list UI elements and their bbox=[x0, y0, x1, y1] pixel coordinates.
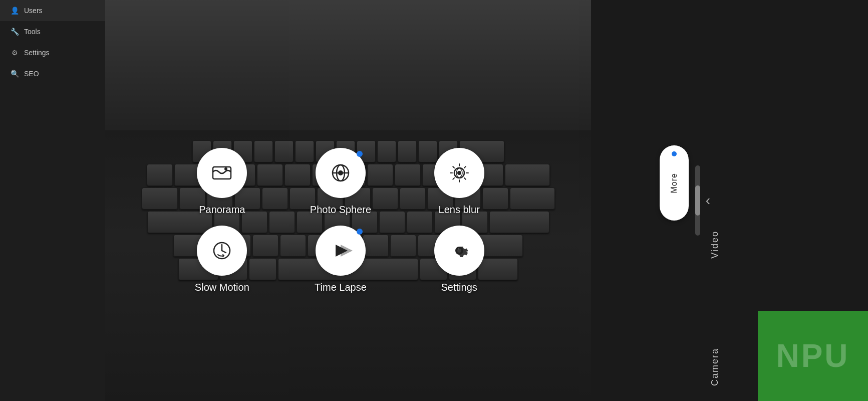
video-mode-label[interactable]: Video bbox=[710, 231, 720, 259]
mode-photo-sphere-circle[interactable] bbox=[316, 148, 366, 198]
settings-gear-icon bbox=[447, 239, 471, 263]
panorama-label: Panorama bbox=[199, 204, 245, 216]
photo-sphere-label: Photo Sphere bbox=[310, 204, 371, 216]
sidebar-item-seo[interactable]: 🔍 SEO bbox=[0, 63, 105, 84]
settings-label: Settings bbox=[441, 282, 477, 293]
mode-slow-motion[interactable]: Slow Motion bbox=[165, 226, 279, 293]
sidebar-item-users-label: Users bbox=[24, 7, 43, 15]
more-button[interactable]: More bbox=[660, 145, 689, 221]
users-icon: 👤 bbox=[10, 6, 19, 15]
tools-icon: 🔧 bbox=[10, 27, 19, 36]
scrollbar-track[interactable] bbox=[695, 165, 700, 236]
settings-icon: ⚙ bbox=[10, 48, 19, 57]
mode-time-lapse[interactable]: Time Lapse bbox=[284, 226, 398, 293]
time-lapse-label: Time Lapse bbox=[315, 282, 367, 293]
mode-lens-blur-circle[interactable] bbox=[434, 148, 484, 198]
sidebar-item-users[interactable]: 👤 Users bbox=[0, 0, 105, 21]
svg-point-1 bbox=[224, 167, 227, 170]
time-lapse-icon bbox=[329, 239, 353, 263]
lens-blur-icon bbox=[447, 161, 471, 185]
lens-blur-label: Lens blur bbox=[439, 204, 480, 216]
mode-photo-sphere[interactable]: Photo Sphere bbox=[284, 148, 398, 216]
npu-badge: NPU bbox=[758, 311, 868, 401]
left-sidebar: 👤 Users 🔧 Tools ⚙ Settings 🔍 SEO bbox=[0, 0, 105, 401]
slow-motion-label: Slow Motion bbox=[195, 282, 249, 293]
more-button-dot bbox=[672, 151, 677, 156]
svg-point-5 bbox=[338, 170, 343, 175]
more-button-label: More bbox=[670, 173, 679, 193]
time-lapse-dot bbox=[357, 229, 363, 235]
photo-sphere-icon bbox=[329, 161, 353, 185]
mode-slow-motion-circle[interactable] bbox=[197, 226, 247, 276]
mode-lens-blur[interactable]: Lens blur bbox=[402, 148, 516, 216]
sidebar-item-seo-label: SEO bbox=[24, 70, 39, 78]
mode-time-lapse-circle[interactable] bbox=[316, 226, 366, 276]
chevron-left-icon[interactable]: ‹ bbox=[706, 192, 710, 209]
scrollbar-thumb[interactable] bbox=[695, 185, 700, 216]
sidebar-item-tools-label: Tools bbox=[24, 28, 41, 36]
svg-point-7 bbox=[457, 171, 461, 175]
photo-sphere-dot bbox=[357, 151, 363, 157]
sidebar-item-tools[interactable]: 🔧 Tools bbox=[0, 21, 105, 42]
seo-icon: 🔍 bbox=[10, 69, 19, 78]
slow-motion-icon bbox=[210, 239, 234, 263]
mode-settings[interactable]: Settings bbox=[402, 226, 516, 293]
sidebar-item-settings[interactable]: ⚙ Settings bbox=[0, 42, 105, 63]
camera-mode-label[interactable]: Camera bbox=[710, 348, 720, 386]
npu-text: NPU bbox=[776, 337, 849, 374]
mode-panorama-circle[interactable] bbox=[197, 148, 247, 198]
panorama-icon bbox=[210, 161, 234, 185]
camera-modes-grid: Panorama Photo Sphere Lens blur bbox=[165, 148, 516, 293]
mode-panorama[interactable]: Panorama bbox=[165, 148, 279, 216]
mode-settings-circle[interactable] bbox=[434, 226, 484, 276]
svg-marker-10 bbox=[341, 245, 353, 257]
sidebar-item-settings-label: Settings bbox=[24, 49, 50, 57]
